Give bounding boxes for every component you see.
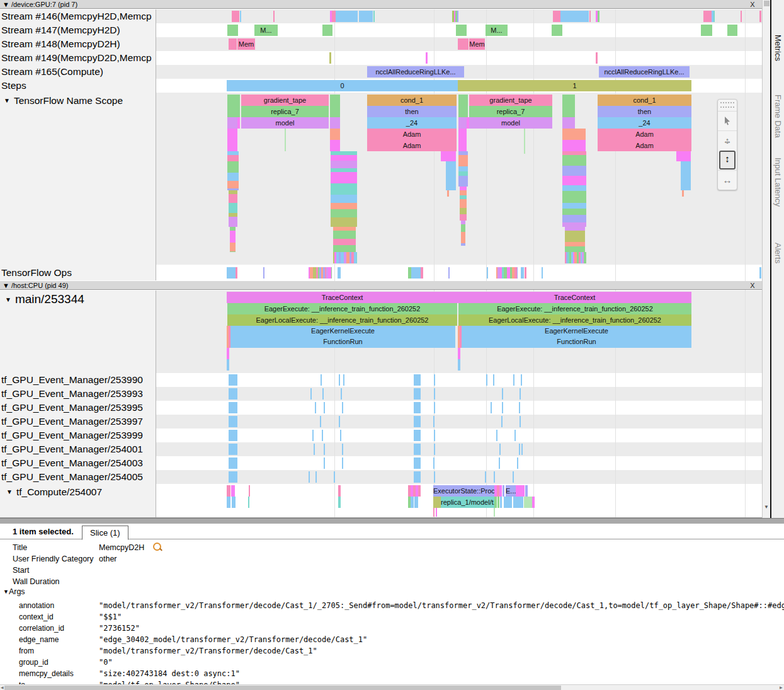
collapse-arrow-icon[interactable]: ▼ [5, 296, 11, 303]
trace-event[interactable] [342, 402, 343, 413]
trace-event[interactable] [229, 416, 237, 427]
track-label-tensorflow-name-scope[interactable]: ▼TensorFlow Name Scope [4, 93, 159, 108]
trace-event[interactable] [321, 374, 322, 386]
trace-event-eagerkernelexecute[interactable]: EagerKernelExecuteFunctionRun [230, 326, 455, 348]
trace-event[interactable] [343, 374, 344, 386]
trace-event-model[interactable]: model [469, 117, 552, 129]
flame-segment[interactable] [230, 231, 236, 243]
trace-event[interactable] [681, 161, 691, 190]
trace-event[interactable] [285, 129, 286, 151]
trace-event[interactable] [322, 25, 332, 36]
trace-event[interactable] [517, 457, 518, 469]
trace-event-adam[interactable]: Adam [598, 140, 691, 151]
trace-event[interactable] [441, 151, 456, 161]
flame-segment[interactable] [562, 222, 586, 227]
trace-event-24[interactable]: _24 [598, 117, 691, 129]
trace-event[interactable] [458, 95, 468, 106]
trace-event[interactable] [759, 11, 761, 22]
flame-segment[interactable] [460, 199, 467, 208]
trace-event-replica-7[interactable]: replica_7 [469, 106, 552, 117]
trace-event[interactable] [499, 444, 501, 455]
trace-event[interactable] [237, 117, 240, 129]
trace-event[interactable] [322, 430, 323, 441]
trace-event[interactable] [414, 444, 421, 455]
panel-splitter[interactable] [0, 518, 784, 524]
trace-event[interactable] [503, 485, 504, 497]
collapse-arrow-icon[interactable]: ▼ [4, 97, 10, 104]
trace-event[interactable] [340, 430, 341, 441]
flame-segment[interactable] [458, 166, 468, 171]
trace-event[interactable] [520, 416, 521, 427]
flame-segment[interactable] [562, 176, 586, 185]
trace-event[interactable] [682, 190, 684, 197]
flame-segment[interactable] [227, 181, 239, 188]
trace-event[interactable] [227, 95, 240, 106]
trace-event[interactable] [414, 457, 421, 469]
trace-event-mem[interactable]: Mem [469, 38, 485, 50]
trace-event[interactable] [229, 444, 237, 455]
trace-event[interactable] [713, 11, 715, 22]
trace-event[interactable] [519, 444, 520, 455]
trace-event[interactable] [414, 416, 421, 427]
trace-event[interactable] [502, 402, 503, 413]
trace-event[interactable] [414, 471, 421, 483]
trace-event-then[interactable]: then [598, 106, 691, 117]
trace-event[interactable] [494, 471, 495, 483]
trace-event[interactable] [312, 430, 314, 441]
flame-segment[interactable] [461, 224, 465, 232]
trace-event-cond-1[interactable]: cond_1 [598, 95, 691, 106]
flame-segment[interactable] [331, 161, 357, 168]
trace-event[interactable] [336, 11, 358, 22]
trace-event[interactable] [227, 117, 237, 129]
trace-event[interactable] [338, 497, 341, 508]
trace-event[interactable] [229, 457, 237, 469]
flame-segment[interactable] [460, 214, 467, 221]
flame-segment[interactable] [333, 245, 356, 252]
trace-event[interactable] [458, 359, 460, 371]
trace-event[interactable] [330, 95, 340, 106]
trace-event[interactable] [560, 11, 589, 22]
trace-event-e[interactable]: E... [506, 485, 516, 497]
trace-event-gradient-tape[interactable]: gradient_tape [469, 95, 552, 106]
trace-event[interactable] [759, 267, 761, 279]
trace-event[interactable] [553, 11, 560, 22]
trace-event[interactable] [494, 497, 497, 508]
trace-event-executorstate-process[interactable]: ExecutorState::Process [433, 485, 494, 497]
flame-segment[interactable] [562, 155, 586, 166]
trace-event[interactable] [227, 106, 240, 117]
trace-event-then[interactable]: then [367, 106, 457, 117]
flame-segment[interactable] [562, 203, 586, 209]
trace-event[interactable] [330, 140, 340, 151]
args-header[interactable]: ▼Args [3, 587, 25, 596]
trace-event-0[interactable]: 0 [227, 80, 458, 91]
trace-event-mem[interactable]: Mem [237, 38, 255, 50]
trace-event[interactable] [436, 508, 437, 517]
trace-event[interactable] [562, 106, 575, 117]
flame-segment[interactable] [562, 215, 586, 222]
trace-event[interactable] [314, 444, 315, 455]
trace-event[interactable] [229, 430, 237, 441]
trace-event[interactable] [414, 388, 421, 400]
trace-event[interactable] [229, 374, 237, 386]
trace-event[interactable] [448, 267, 450, 279]
trace-event[interactable] [741, 11, 742, 22]
trace-event-tracecontext[interactable]: TraceContext [227, 292, 458, 303]
flame-segment[interactable] [458, 171, 468, 176]
sidebar-tab-metrics[interactable]: Metrics [773, 35, 783, 61]
trace-event[interactable] [229, 38, 237, 50]
trace-event[interactable] [433, 508, 435, 517]
trace-event[interactable] [701, 25, 712, 36]
trace-event[interactable] [339, 374, 340, 386]
trace-event[interactable] [487, 267, 488, 279]
flame-stripe[interactable] [331, 267, 332, 279]
trace-event[interactable] [513, 374, 514, 386]
gpu-section-header[interactable]: ▼ /device:GPU:7 (pid 7) X [0, 0, 762, 9]
flame-segment[interactable] [458, 176, 468, 187]
trace-event[interactable] [342, 444, 343, 455]
trace-event[interactable] [727, 25, 737, 36]
trace-event-adam[interactable]: Adam [598, 129, 691, 140]
trace-event[interactable] [414, 402, 421, 413]
sidebar-tab-input-latency[interactable]: Input Latency [773, 158, 783, 207]
trace-event[interactable] [521, 267, 524, 279]
trace-event[interactable] [434, 388, 435, 400]
